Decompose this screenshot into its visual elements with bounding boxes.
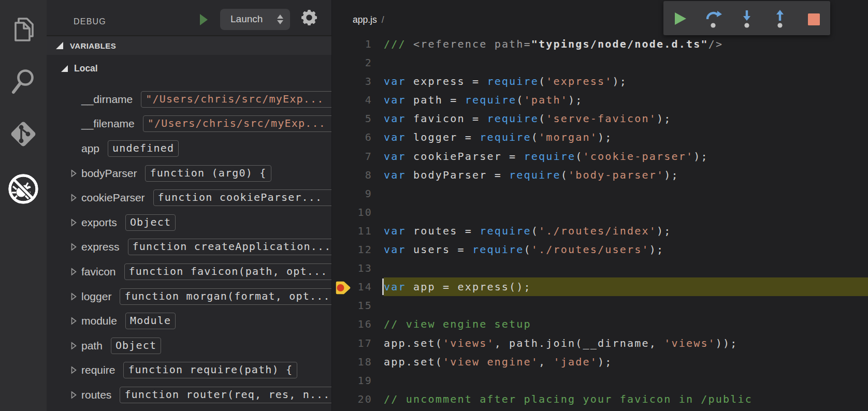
git-tab[interactable] (0, 119, 47, 149)
line-text[interactable] (384, 53, 868, 72)
expand-arrow-icon[interactable] (71, 391, 81, 399)
line-number[interactable]: 5 (332, 109, 372, 128)
expand-arrow-icon[interactable] (71, 366, 81, 374)
line-text[interactable] (384, 259, 868, 277)
line-number[interactable]: 19 (332, 371, 372, 390)
line-text[interactable]: var app = express(); (384, 277, 868, 296)
step-into-icon (737, 7, 756, 30)
step-over-button[interactable] (697, 1, 730, 35)
line-number[interactable]: 1 (332, 35, 372, 53)
section-expanded-icon (56, 42, 63, 49)
expand-arrow-icon[interactable] (71, 268, 81, 276)
continue-button[interactable] (663, 1, 697, 35)
line-text[interactable] (384, 371, 868, 390)
step-into-button[interactable] (730, 1, 763, 35)
step-out-button[interactable] (763, 1, 797, 35)
code-line-10: 10 (332, 203, 868, 222)
line-number[interactable]: 16 (332, 315, 372, 333)
line-text[interactable]: var express = require('express'); (384, 72, 868, 91)
configure-button[interactable] (301, 10, 317, 27)
files-icon (11, 16, 35, 43)
line-text[interactable]: var routes = require('./routes/index'); (384, 222, 868, 240)
variable-row[interactable]: routesfunction router(req, res, n... (47, 383, 331, 407)
stop-button[interactable] (797, 1, 830, 35)
line-text[interactable]: var path = require('path'); (384, 91, 868, 109)
line-number[interactable]: 9 (332, 184, 372, 203)
line-text[interactable] (384, 296, 868, 315)
code-line-11: 11var routes = require('./routes/index')… (332, 222, 868, 240)
variable-name: routes (81, 389, 111, 401)
line-number[interactable]: 11 (332, 222, 372, 240)
line-number[interactable]: 2 (332, 53, 372, 72)
line-text[interactable]: var bodyParser = require('body-parser'); (384, 166, 868, 184)
breadcrumb-separator: / (382, 14, 384, 25)
line-number[interactable]: 3 (332, 72, 372, 91)
variable-row[interactable]: requirefunction require(path) { (47, 358, 331, 383)
code-line-14: 14var app = express(); (332, 277, 868, 296)
debug-tab[interactable] (0, 172, 47, 206)
variable-row[interactable]: cookieParserfunction cookieParser... (47, 185, 331, 210)
scope-local[interactable]: Local (61, 56, 98, 81)
variable-row[interactable]: faviconfunction favicon(path, opt... (47, 259, 331, 284)
line-number[interactable]: 6 (332, 128, 372, 146)
expand-arrow-icon[interactable] (71, 218, 81, 227)
line-number[interactable]: 10 (332, 203, 372, 222)
launch-config-select[interactable]: Launch (220, 9, 290, 30)
line-number[interactable]: 13 (332, 259, 372, 277)
variable-row[interactable]: __filename"/Users/chris/src/myExp... (47, 112, 331, 137)
line-number[interactable]: 15 (332, 296, 372, 315)
variable-row[interactable]: moduleModule (47, 309, 331, 333)
line-number[interactable]: 7 (332, 147, 372, 166)
line-text[interactable]: var users = require('./routes/users'); (384, 240, 868, 259)
variable-row[interactable]: __dirname"/Users/chris/src/myExp... (47, 87, 331, 112)
scope-expanded-icon (61, 65, 68, 72)
variable-row[interactable]: loggerfunction morgan(format, opt... (47, 284, 331, 309)
line-number[interactable]: 8 (332, 166, 372, 184)
explorer-tab[interactable] (0, 16, 47, 43)
line-text[interactable]: var favicon = require('serve-favicon'); (384, 109, 868, 128)
breadcrumb[interactable]: app.js/ (353, 14, 384, 25)
variable-value: Object (111, 337, 161, 354)
line-number[interactable]: 18 (332, 353, 372, 371)
code-line-12: 12var users = require('./routes/users'); (332, 240, 868, 259)
line-text[interactable]: // uncomment after placing your favicon … (384, 390, 868, 408)
code-area[interactable]: 1/// <reference path="typings/node/node.… (332, 35, 868, 408)
variable-row[interactable]: bodyParserfunction (arg0) { (47, 161, 331, 186)
variable-value: Module (125, 313, 176, 329)
line-text[interactable]: /// <reference path="typings/node/node.d… (384, 35, 868, 53)
variable-row[interactable]: appundefined (47, 136, 331, 161)
line-text[interactable] (384, 203, 868, 222)
line-text[interactable]: app.set('views', path.join(__dirname, 'v… (384, 334, 868, 353)
expand-arrow-icon[interactable] (71, 342, 81, 350)
expand-arrow-icon[interactable] (71, 169, 81, 178)
start-debug-button[interactable] (200, 14, 208, 25)
line-text[interactable]: // view engine setup (384, 315, 868, 333)
gear-icon (301, 10, 317, 25)
line-number[interactable]: 17 (332, 334, 372, 353)
debug-icon (7, 172, 40, 206)
sidebar-header: DEBUG Launch (47, 0, 331, 35)
vscode-debug-window: DEBUG Launch (0, 0, 868, 411)
line-text[interactable]: var logger = require('morgan'); (384, 128, 868, 146)
line-number[interactable]: 20 (332, 390, 372, 408)
variables-section-header[interactable]: VARIABLES (47, 35, 331, 55)
breakpoint-current-line-icon[interactable] (335, 281, 351, 297)
variable-value: function createApplication... (128, 239, 331, 255)
expand-arrow-icon[interactable] (71, 243, 81, 251)
expand-arrow-icon[interactable] (71, 292, 81, 301)
line-text[interactable] (384, 184, 868, 203)
variables-section-title: VARIABLES (70, 41, 116, 50)
variable-row[interactable]: expressfunction createApplication... (47, 235, 331, 260)
code-line-3: 3var express = require('express'); (332, 72, 868, 91)
line-number[interactable]: 4 (332, 91, 372, 109)
line-text[interactable]: app.set('view engine', 'jade'); (384, 353, 868, 371)
expand-arrow-icon[interactable] (71, 194, 81, 202)
step-over-icon (704, 7, 724, 30)
expand-arrow-icon[interactable] (71, 317, 81, 325)
line-text[interactable]: var cookieParser = require('cookie-parse… (384, 147, 868, 166)
variable-row[interactable]: exportsObject (47, 210, 331, 235)
line-number[interactable]: 12 (332, 240, 372, 259)
variable-row[interactable]: pathObject (47, 333, 331, 358)
search-tab[interactable] (0, 67, 47, 97)
variable-name: module (81, 315, 117, 327)
